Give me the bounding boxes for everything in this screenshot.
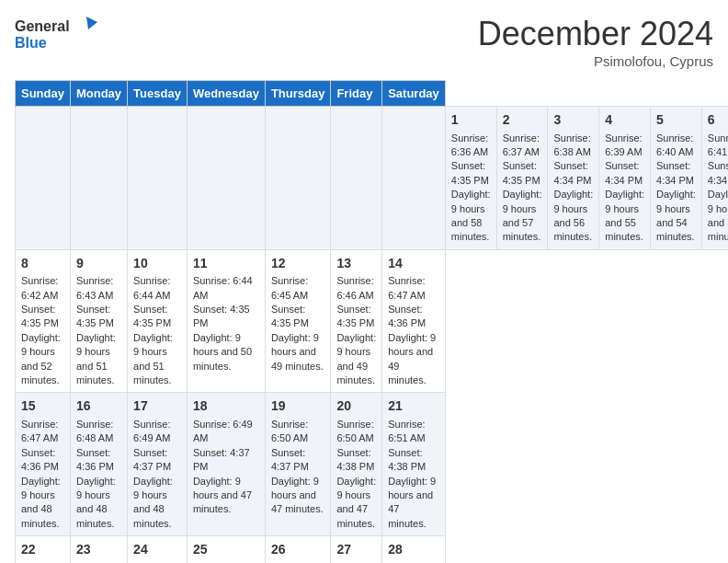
- page-header: General Blue December 2024 Psimolofou, C…: [15, 15, 713, 69]
- sunset-text: Sunset: 4:35 PM: [271, 304, 309, 328]
- sunrise-text: Sunrise: 6:43 AM: [76, 275, 113, 300]
- calendar-cell: 28Sunrise: 6:54 AMSunset: 4:42 PMDayligh…: [382, 536, 446, 563]
- calendar-cell: [128, 107, 188, 250]
- daylight-text: Daylight: 9 hours and 47 minutes.: [388, 476, 436, 529]
- daylight-text: Daylight: 9 hours and 57 minutes.: [503, 189, 542, 242]
- calendar-week-row: 1Sunrise: 6:36 AMSunset: 4:35 PMDaylight…: [16, 107, 729, 250]
- day-number: 11: [193, 255, 259, 273]
- calendar-cell: 24Sunrise: 6:52 AMSunset: 4:40 PMDayligh…: [128, 536, 188, 563]
- sunrise-text: Sunrise: 6:39 AM: [605, 132, 642, 157]
- calendar-cell: 11Sunrise: 6:44 AMSunset: 4:35 PMDayligh…: [187, 249, 265, 393]
- day-header-monday: Monday: [70, 81, 127, 107]
- calendar-cell: 19Sunrise: 6:50 AMSunset: 4:37 PMDayligh…: [265, 393, 331, 536]
- calendar-week-row: 15Sunrise: 6:47 AMSunset: 4:36 PMDayligh…: [16, 393, 729, 536]
- calendar-cell: 23Sunrise: 6:52 AMSunset: 4:39 PMDayligh…: [70, 536, 127, 563]
- sunrise-text: Sunrise: 6:47 AM: [388, 275, 425, 300]
- daylight-text: Daylight: 9 hours and 55 minutes.: [605, 189, 644, 242]
- calendar-cell: 6Sunrise: 6:41 AMSunset: 4:34 PMDaylight…: [701, 107, 728, 250]
- day-number: 21: [388, 397, 439, 416]
- daylight-text: Daylight: 9 hours and 51 minutes.: [76, 332, 116, 385]
- calendar-body: 1Sunrise: 6:36 AMSunset: 4:35 PMDaylight…: [16, 107, 729, 564]
- day-number: 1: [451, 111, 491, 130]
- calendar-header-row: SundayMondayTuesdayWednesdayThursdayFrid…: [16, 81, 729, 107]
- daylight-text: Daylight: 9 hours and 48 minutes.: [133, 476, 173, 529]
- day-number: 4: [605, 111, 644, 130]
- sunset-text: Sunset: 4:35 PM: [336, 304, 374, 328]
- sunrise-text: Sunrise: 6:48 AM: [76, 419, 113, 443]
- sunrise-text: Sunrise: 6:45 AM: [271, 275, 308, 300]
- sunrise-text: Sunrise: 6:46 AM: [336, 275, 373, 300]
- sunrise-text: Sunrise: 6:36 AM: [451, 132, 488, 157]
- calendar-cell: 20Sunrise: 6:50 AMSunset: 4:38 PMDayligh…: [331, 393, 382, 536]
- calendar-cell: 10Sunrise: 6:44 AMSunset: 4:35 PMDayligh…: [128, 249, 188, 393]
- calendar-cell: 14Sunrise: 6:47 AMSunset: 4:36 PMDayligh…: [382, 249, 446, 393]
- calendar-cell: 5Sunrise: 6:40 AMSunset: 4:34 PMDaylight…: [651, 107, 702, 250]
- day-header-tuesday: Tuesday: [128, 81, 188, 107]
- day-number: 5: [656, 111, 696, 130]
- sunrise-text: Sunrise: 6:50 AM: [271, 419, 308, 443]
- daylight-text: Daylight: 9 hours and 54 minutes.: [656, 189, 696, 242]
- day-number: 25: [193, 541, 259, 559]
- day-number: 26: [271, 541, 325, 559]
- daylight-text: Daylight: 9 hours and 49 minutes.: [388, 332, 436, 385]
- calendar-cell: 1Sunrise: 6:36 AMSunset: 4:35 PMDaylight…: [445, 107, 496, 250]
- calendar-cell: [265, 107, 331, 250]
- sunset-text: Sunset: 4:37 PM: [133, 447, 171, 472]
- daylight-text: Daylight: 9 hours and 50 minutes.: [193, 332, 252, 372]
- sunset-text: Sunset: 4:38 PM: [388, 447, 426, 472]
- calendar-cell: 22Sunrise: 6:51 AMSunset: 4:39 PMDayligh…: [16, 536, 71, 563]
- sunset-text: Sunset: 4:38 PM: [336, 447, 374, 472]
- calendar-cell: 18Sunrise: 6:49 AMSunset: 4:37 PMDayligh…: [187, 393, 265, 536]
- day-number: 13: [336, 255, 376, 273]
- sunrise-text: Sunrise: 6:37 AM: [503, 132, 540, 157]
- day-number: 12: [271, 255, 325, 273]
- sunset-text: Sunset: 4:34 PM: [656, 160, 694, 185]
- sunset-text: Sunset: 4:36 PM: [76, 447, 114, 472]
- sunset-text: Sunset: 4:35 PM: [133, 304, 171, 328]
- day-number: 3: [553, 111, 593, 130]
- calendar-cell: [331, 107, 382, 250]
- sunset-text: Sunset: 4:34 PM: [553, 160, 591, 185]
- day-header-saturday: Saturday: [382, 81, 446, 107]
- sunrise-text: Sunrise: 6:40 AM: [656, 132, 693, 157]
- day-number: 6: [708, 111, 728, 130]
- svg-text:Blue: Blue: [15, 35, 47, 51]
- sunset-text: Sunset: 4:35 PM: [451, 160, 489, 185]
- day-header-wednesday: Wednesday: [187, 81, 265, 107]
- sunrise-text: Sunrise: 6:38 AM: [553, 132, 590, 157]
- day-number: 14: [388, 255, 439, 273]
- month-title: December 2024: [478, 15, 713, 53]
- sunset-text: Sunset: 4:35 PM: [76, 304, 114, 328]
- daylight-text: Daylight: 9 hours and 53 minutes.: [708, 189, 728, 242]
- day-number: 28: [388, 541, 439, 559]
- day-number: 22: [21, 541, 64, 559]
- calendar-cell: [382, 107, 446, 250]
- calendar-cell: [16, 107, 71, 250]
- logo-svg: General Blue: [15, 15, 97, 55]
- day-number: 16: [76, 397, 121, 416]
- day-header-friday: Friday: [331, 81, 382, 107]
- sunset-text: Sunset: 4:35 PM: [21, 304, 59, 328]
- daylight-text: Daylight: 9 hours and 49 minutes.: [271, 332, 324, 372]
- day-number: 10: [133, 255, 181, 273]
- sunset-text: Sunset: 4:34 PM: [708, 160, 728, 185]
- sunset-text: Sunset: 4:36 PM: [21, 447, 59, 472]
- sunrise-text: Sunrise: 6:50 AM: [336, 419, 373, 443]
- daylight-text: Daylight: 9 hours and 56 minutes.: [553, 189, 593, 242]
- sunset-text: Sunset: 4:35 PM: [503, 160, 540, 185]
- calendar-cell: 13Sunrise: 6:46 AMSunset: 4:35 PMDayligh…: [331, 249, 382, 393]
- sunset-text: Sunset: 4:37 PM: [271, 447, 309, 472]
- calendar-cell: [187, 107, 265, 250]
- day-number: 23: [76, 541, 121, 559]
- sunrise-text: Sunrise: 6:49 AM: [133, 419, 170, 443]
- day-number: 18: [193, 397, 259, 416]
- daylight-text: Daylight: 9 hours and 52 minutes.: [21, 332, 61, 385]
- calendar-cell: 17Sunrise: 6:49 AMSunset: 4:37 PMDayligh…: [128, 393, 188, 536]
- daylight-text: Daylight: 9 hours and 48 minutes.: [76, 476, 116, 529]
- day-number: 15: [21, 397, 64, 416]
- svg-text:General: General: [15, 18, 70, 34]
- daylight-text: Daylight: 9 hours and 51 minutes.: [133, 332, 173, 385]
- day-number: 8: [21, 255, 64, 273]
- sunrise-text: Sunrise: 6:41 AM: [708, 132, 728, 157]
- title-block: December 2024 Psimolofou, Cyprus: [478, 15, 713, 69]
